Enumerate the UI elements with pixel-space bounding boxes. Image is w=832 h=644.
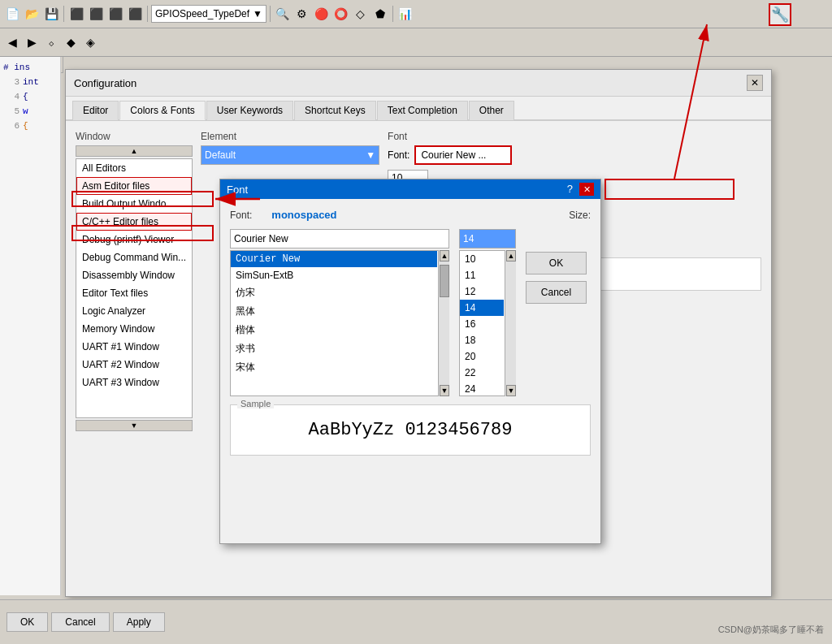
fd-ok-button[interactable]: OK (526, 252, 587, 274)
code-line-2: 3 int (3, 75, 57, 89)
fd-size-item-12[interactable]: 12 (460, 283, 504, 300)
fd-cancel-button[interactable]: Cancel (526, 281, 587, 304)
wrench-icon: 🔧 (771, 6, 789, 24)
toolbar2-icon-2[interactable]: ▶ (23, 33, 41, 51)
tab-text-completion[interactable]: Text Completion (377, 101, 468, 120)
tab-user-keywords[interactable]: User Keywords (206, 101, 293, 120)
fd-font-label-row: Font: monospaced Size: (230, 209, 591, 221)
window-list-scroll-down[interactable]: ▼ (76, 420, 193, 431)
bottom-cancel-button[interactable]: Cancel (51, 612, 109, 632)
window-item-debug-printf[interactable]: Debug (printf) Viewer (76, 231, 192, 249)
window-item-uart1[interactable]: UART #1 Window (76, 338, 192, 356)
toolbar-sep-4 (392, 6, 393, 22)
fd-font-item-kaiti[interactable]: 楷体 (231, 321, 437, 339)
fd-size-input[interactable] (459, 229, 516, 249)
font-dialog-buttons: ? ✕ (567, 183, 594, 196)
bottom-apply-button[interactable]: Apply (113, 612, 165, 632)
font-display[interactable]: Courier New ... (414, 145, 512, 165)
toolbar-icon-1[interactable]: 📄 (3, 5, 21, 23)
toolbar-icon-13[interactable]: ⬟ (371, 5, 389, 23)
toolbar-icon-7[interactable]: ⬛ (126, 5, 144, 23)
fd-size-item-18[interactable]: 18 (460, 332, 504, 348)
fd-font-list[interactable]: Courier New SimSun-ExtB 仿宋 黑体 楷体 求书 宋体 (230, 250, 449, 396)
config-tab-bar: Editor Colors & Fonts User Keywords Shor… (66, 97, 771, 121)
element-dropdown-value: Default (205, 149, 236, 161)
fd-size-scrollbar[interactable]: ▲ ▼ (505, 250, 516, 396)
window-item-logic[interactable]: Logic Analyzer (76, 302, 192, 320)
fd-font-item-heiti[interactable]: 黑体 (231, 302, 437, 321)
toolbar-icon-4[interactable]: ⬛ (67, 5, 85, 23)
fd-font-item-qiushu[interactable]: 求书 (231, 339, 437, 358)
bottom-ok-button[interactable]: OK (6, 612, 48, 632)
code-line-4: 5 w (3, 104, 57, 119)
toolbar-icon-11[interactable]: ⭕ (332, 5, 350, 23)
toolbar-icon-5[interactable]: ⬛ (87, 5, 105, 23)
wrench-button[interactable]: 🔧 (769, 3, 791, 26)
window-panel: Window ▲ All Editors Asm Editor files Bu… (76, 131, 193, 564)
fd-font-item-simsun[interactable]: SimSun-ExtB (231, 267, 437, 283)
toolbar-icon-12[interactable]: ◇ (352, 5, 370, 23)
toolbar-icon-9[interactable]: ⚙ (293, 5, 311, 23)
fd-font-scrollbar[interactable]: ▲ ▼ (438, 250, 449, 396)
fd-font-item-courier[interactable]: Courier New (231, 251, 437, 267)
toolbar-sep-3 (270, 6, 271, 22)
window-list-scroll-up[interactable]: ▲ (76, 145, 193, 157)
fd-columns: Courier New SimSun-ExtB 仿宋 黑体 楷体 求书 宋体 ▲… (230, 229, 591, 396)
fd-font-scroll-down[interactable]: ▼ (440, 385, 449, 396)
code-line-3: 4 { (3, 89, 57, 104)
fd-font-scroll-up[interactable]: ▲ (440, 250, 449, 261)
config-close-button[interactable]: ✕ (747, 75, 763, 91)
toolbar-dropdown-arrow[interactable]: ▼ (253, 8, 262, 19)
fd-size-item-24[interactable]: 24 (460, 381, 504, 396)
fd-size-item-20[interactable]: 20 (460, 348, 504, 365)
toolbar-icon-14[interactable]: 📊 (396, 5, 414, 23)
fd-size-label: Size: (569, 210, 591, 221)
fd-size-list-wrapper: 10 11 12 14 16 18 20 22 24 26 ▲ ▼ (459, 250, 516, 396)
fd-font-item-fangsong[interactable]: 仿宋 (231, 283, 437, 302)
toolbar-icon-3[interactable]: 💾 (42, 5, 60, 23)
fd-font-name-display: monospaced (271, 209, 336, 221)
font-dialog-question[interactable]: ? (567, 183, 573, 196)
tab-editor[interactable]: Editor (72, 101, 119, 120)
fd-size-item-14[interactable]: 14 (460, 300, 504, 316)
window-item-debug-command[interactable]: Debug Command Win... (76, 249, 192, 266)
font-dialog-title: Font (227, 184, 248, 196)
window-item-build-output[interactable]: Build Output Windo... (76, 195, 192, 213)
toolbar-sep-2 (147, 6, 148, 22)
toolbar-icon-2[interactable]: 📂 (23, 5, 41, 23)
window-item-uart2[interactable]: UART #2 Window (76, 356, 192, 374)
toolbar-dropdown[interactable]: GPIOSpeed_TypeDef ▼ (151, 5, 266, 23)
fd-font-input[interactable] (230, 229, 449, 249)
window-item-all-editors[interactable]: All Editors (76, 159, 192, 177)
element-dropdown[interactable]: Default ▼ (201, 145, 379, 165)
window-item-memory[interactable]: Memory Window (76, 320, 192, 338)
fd-size-scroll-up[interactable]: ▲ (506, 250, 516, 261)
window-item-editor-text[interactable]: Editor Text files (76, 284, 192, 302)
toolbar-icon-8[interactable]: 🔍 (274, 5, 292, 23)
toolbar2-icon-4[interactable]: ◆ (62, 33, 80, 51)
fd-ok-cancel: OK Cancel (526, 229, 591, 396)
fd-size-item-10[interactable]: 10 (460, 251, 504, 267)
tab-shortcut-keys[interactable]: Shortcut Keys (294, 101, 376, 120)
fd-size-item-16[interactable]: 16 (460, 316, 504, 332)
tab-other[interactable]: Other (469, 101, 514, 120)
font-section-label: Font (388, 131, 761, 142)
toolbar2-icon-3[interactable]: ⬦ (42, 33, 60, 51)
fd-size-scroll-down[interactable]: ▼ (506, 385, 516, 396)
fd-font-scrollbar-thumb[interactable] (440, 265, 449, 297)
fd-sample-box: Sample AaBbYyZz 0123456789 (230, 404, 591, 456)
tab-colors-fonts[interactable]: Colors & Fonts (119, 101, 205, 120)
fd-font-item-songti[interactable]: 宋体 (231, 358, 437, 377)
window-list[interactable]: All Editors Asm Editor files Build Outpu… (76, 158, 193, 418)
toolbar2-icon-5[interactable]: ◈ (81, 33, 99, 51)
font-dialog-close[interactable]: ✕ (579, 183, 594, 196)
fd-size-item-11[interactable]: 11 (460, 267, 504, 283)
toolbar-icon-6[interactable]: ⬛ (106, 5, 124, 23)
window-item-cpp-editor[interactable]: C/C++ Editor files (76, 213, 192, 231)
window-item-disassembly[interactable]: Disassembly Window (76, 266, 192, 284)
window-item-uart3[interactable]: UART #3 Window (76, 374, 192, 391)
toolbar2-icon-1[interactable]: ◀ (3, 33, 21, 51)
toolbar-icon-10[interactable]: 🔴 (313, 5, 331, 23)
window-item-asm-editor[interactable]: Asm Editor files (76, 177, 192, 195)
fd-size-item-22[interactable]: 22 (460, 365, 504, 381)
